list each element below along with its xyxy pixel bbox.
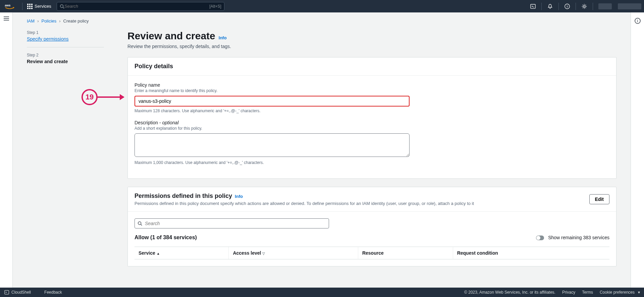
permissions-search-input[interactable] [145,221,326,226]
cloudshell-label: CloudShell [11,290,31,295]
page-subtitle: Review the permissions, specify details,… [127,44,616,49]
privacy-link[interactable]: Privacy [562,290,575,295]
footer: CloudShell Feedback © 2023, Amazon Web S… [0,288,644,297]
feedback-link[interactable]: Feedback [44,290,62,295]
cloudshell-icon[interactable] [527,0,539,12]
policy-name-help: Enter a meaningful name to identify this… [135,88,609,93]
permissions-table: Service▲ Access level▽ Resource Request … [135,247,609,259]
chevron-right-icon: › [37,18,39,24]
cloudshell-icon [4,290,9,295]
search-icon [138,221,142,226]
global-search[interactable]: [Alt+S] [57,2,224,11]
account-menu[interactable] [618,3,641,9]
services-label: Services [35,4,51,9]
aws-logo[interactable]: aws [5,3,15,9]
show-remaining-toggle[interactable] [536,236,544,240]
policy-desc-help: Add a short explanation for this policy. [135,126,609,131]
region-selector[interactable] [598,3,612,9]
breadcrumb-current: Create policy [63,18,89,24]
col-service[interactable]: Service▲ [135,247,229,259]
sort-asc-icon: ▲ [157,252,160,255]
col-condition[interactable]: Request condition [453,247,609,259]
info-icon[interactable]: i [635,18,641,24]
permissions-panel: Permissions defined in this policy Info … [127,187,616,266]
show-remaining-toggle-row: Show remaining 383 services [536,235,609,241]
policy-desc-constraint: Maximum 1,000 characters. Use alphanumer… [135,160,609,165]
col-resource[interactable]: Resource [358,247,453,259]
policy-name-input[interactable] [135,96,410,107]
notifications-icon[interactable] [544,0,556,12]
main-content: Review and create Info Review the permis… [127,30,616,274]
policy-details-panel: Policy details Policy name Enter a meani… [127,57,616,179]
permissions-search[interactable] [135,218,329,228]
policy-desc-textarea[interactable] [135,133,410,157]
help-icon[interactable]: ? [561,0,573,12]
chevron-right-icon: › [59,18,60,24]
svg-text:?: ? [566,4,568,8]
svg-point-1 [60,4,63,7]
left-rail [0,12,13,288]
global-search-input[interactable] [64,4,209,9]
policy-desc-label: Description - optional [135,120,609,125]
services-menu[interactable]: Services [25,4,53,9]
cloudshell-button[interactable]: CloudShell [4,290,31,295]
step2-tag: Step 2 [27,53,104,57]
search-icon [60,4,64,9]
grid-icon [27,4,33,9]
step-divider [27,47,104,47]
allow-summary: Allow (1 of 384 services) [135,235,197,241]
permissions-info-link[interactable]: Info [235,194,243,199]
chevron-down-icon[interactable]: ▾ [638,290,640,295]
top-right-icons: ? [527,0,641,12]
policy-name-constraint: Maximum 128 characters. Use alphanumeric… [135,109,609,113]
terms-link[interactable]: Terms [582,290,593,295]
svg-point-6 [583,5,585,7]
svg-point-7 [138,222,141,225]
permissions-title: Permissions defined in this policy [135,193,232,200]
wizard-steps: Step 1 Specify permissions Step 2 Review… [27,30,104,274]
help-rail: i [631,12,644,288]
svg-line-8 [141,224,142,226]
content-area: IAM › Policies › Create policy Step 1 Sp… [13,12,631,288]
app-body: IAM › Policies › Create policy Step 1 Sp… [0,12,644,288]
search-shortcut-hint: [Alt+S] [209,4,221,9]
breadcrumb-iam[interactable]: IAM [27,18,35,24]
cookie-link[interactable]: Cookie preferences [600,290,635,295]
breadcrumb-policies[interactable]: Policies [41,18,56,24]
show-remaining-label: Show remaining 383 services [548,235,609,240]
step2-label: Review and create [27,59,104,64]
separator [22,3,22,10]
breadcrumb: IAM › Policies › Create policy [27,18,616,24]
settings-icon[interactable] [579,0,590,12]
step1-link[interactable]: Specify permissions [27,36,69,42]
policy-details-title: Policy details [135,63,173,70]
svg-line-2 [63,7,64,8]
permissions-desc: Permissions defined in this policy docum… [135,201,474,206]
svg-text:aws: aws [5,4,10,7]
edit-button[interactable]: Edit [589,194,609,204]
hamburger-icon[interactable] [4,16,9,20]
copyright: © 2023, Amazon Web Services, Inc. or its… [464,290,555,295]
sort-icon: ▽ [262,252,265,255]
policy-name-label: Policy name [135,82,609,88]
page-info-link[interactable]: Info [219,35,227,40]
step1-tag: Step 1 [27,30,104,35]
col-access-level[interactable]: Access level▽ [229,247,358,259]
page-title: Review and create [127,30,215,42]
top-nav: aws Services [Alt+S] ? [0,0,644,12]
